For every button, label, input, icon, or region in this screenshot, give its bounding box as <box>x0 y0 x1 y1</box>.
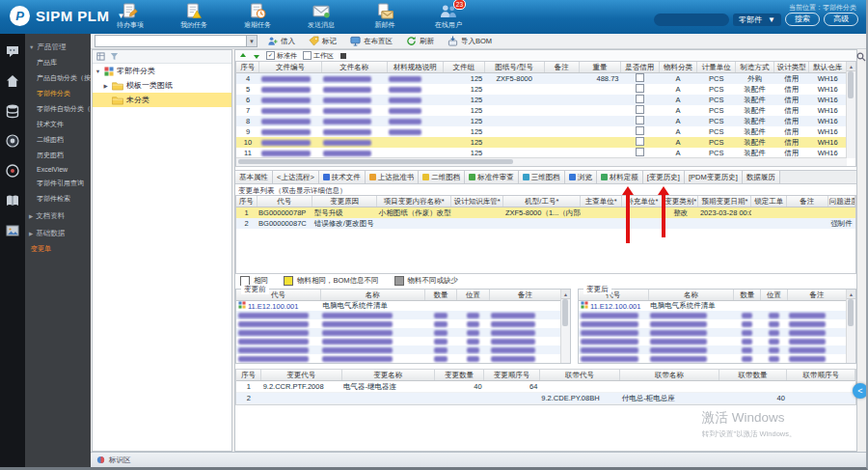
chevron-down-icon[interactable]: ▼ <box>247 35 258 47</box>
scrollbar-thumb[interactable] <box>238 159 513 164</box>
borrow-checkbox[interactable] <box>636 116 644 124</box>
table-row[interactable] <box>579 319 847 328</box>
column-header[interactable]: 备注 <box>489 290 560 301</box>
toolbar-person-button[interactable]: 借入 <box>264 35 298 47</box>
column-header[interactable]: 项目变更内容名称* <box>377 196 451 207</box>
column-header[interactable]: 制造方式 <box>736 62 774 73</box>
menu-item[interactable]: 零部件检索 <box>25 191 91 207</box>
tree-filter-icon[interactable] <box>110 52 119 61</box>
table-row[interactable]: 29.2.CDE.PY.08BH付电总-柜电总座40 <box>236 393 855 404</box>
column-header[interactable]: 设计知识库管* <box>451 196 503 207</box>
toolbar-mail-new-button[interactable]: 新邮件 <box>363 3 407 30</box>
column-header[interactable]: 联带名称 <box>620 370 719 381</box>
table-row[interactable]: 1BG00000078P型号升级小相图纸（作废）改型ZXF5-8000（1...… <box>236 207 855 219</box>
tab-二维图档[interactable]: 二维图档 <box>419 171 465 183</box>
toolbar-mail-button[interactable]: 发送消息 <box>299 3 343 30</box>
column-header[interactable]: 默认仓库 <box>809 62 847 73</box>
borrow-checkbox[interactable] <box>636 137 644 146</box>
tab-浏览[interactable]: 浏览 <box>565 171 597 183</box>
table-row[interactable]: 8125APCS装配件借用WH16 <box>236 116 847 126</box>
quick-search-input[interactable] <box>95 35 247 47</box>
tree-grid-icon[interactable] <box>96 52 105 61</box>
column-header[interactable]: 文件编号 <box>259 62 321 73</box>
tree-root-node[interactable]: ▼零部件分类 <box>93 64 231 78</box>
column-header[interactable]: 主查单位* <box>581 196 622 207</box>
toolbar-doc-warn-button[interactable]: 我的任务 <box>172 3 216 30</box>
menu-section[interactable]: ▼产品管理 <box>25 38 91 55</box>
tab-技术文件[interactable]: 技术文件 <box>319 171 366 183</box>
menu-item[interactable]: ExcelView <box>25 163 91 176</box>
column-header[interactable]: 物料分类 <box>659 62 697 73</box>
toolbar-tag-button[interactable]: 标记 <box>306 35 339 47</box>
vertical-scrollbar[interactable]: ▲ <box>560 290 570 363</box>
column-header[interactable]: 图纸号/型号 <box>484 62 544 73</box>
table-row[interactable] <box>579 354 847 363</box>
toolbar-doc-clock-button[interactable]: 逾期任务 <box>235 3 280 30</box>
scroll-up-icon[interactable]: ▲ <box>561 290 570 299</box>
toolbar-users-button[interactable]: 23在线用户 <box>426 3 471 30</box>
table-row[interactable]: 10125APCS装配件借用WH16 <box>236 137 847 148</box>
toolbar-doc-edit-button[interactable]: 待办事项 <box>108 3 152 30</box>
table-row[interactable] <box>579 311 847 319</box>
checkbox[interactable] <box>303 51 312 60</box>
scrollbar-thumb[interactable] <box>562 299 568 326</box>
tab-上达批准书[interactable]: 上达批准书 <box>366 171 420 183</box>
table-row[interactable]: 7125APCS装配件借用WH16 <box>236 105 847 116</box>
column-header[interactable]: 重量 <box>580 62 621 73</box>
menu-item[interactable]: 零部件自动分类（按图阶段） <box>25 101 91 117</box>
table-row[interactable] <box>236 346 561 354</box>
table-row[interactable]: 19.2.CCR.PTF.2008电气器-继电器连4064 <box>236 381 855 393</box>
table-row[interactable] <box>579 328 847 337</box>
tree-node[interactable]: 未分类 <box>93 93 231 107</box>
menu-item[interactable]: 产品库 <box>25 55 91 70</box>
borrow-checkbox[interactable] <box>636 148 644 156</box>
menu-section[interactable]: ▶基础数据 <box>25 224 91 241</box>
column-header[interactable]: 数量 <box>424 290 457 301</box>
search-type-dropdown[interactable]: 零部件 ▼ <box>733 14 781 26</box>
tab-材料定额[interactable]: 材料定额 <box>597 171 643 183</box>
column-header[interactable]: 变更类别* <box>664 196 698 207</box>
scrollbar-thumb[interactable] <box>848 299 854 326</box>
table-row[interactable]: 2BG00000087C错误修改/更改图号强制件 <box>236 218 855 229</box>
column-header[interactable]: 材料规格说明 <box>387 62 443 73</box>
menu-item[interactable]: 产品自动分类（按交易） <box>25 70 91 86</box>
column-header[interactable]: 联带顺序号 <box>787 370 855 381</box>
table-row[interactable]: 11.E12.100.001电脑电气系统件清单 <box>579 301 847 312</box>
tab-PDM变更历史[interactable]: [PDM变更历史] <box>685 171 743 183</box>
column-header[interactable]: 设计类型 <box>773 62 809 73</box>
search-button[interactable]: 搜索 <box>785 13 820 26</box>
table-row[interactable]: 5125APCS装配件借用WH16 <box>236 84 847 95</box>
menu-item-change-order[interactable]: 变更单 <box>25 241 91 257</box>
tab-基本属性[interactable]: 基本属性 <box>235 171 273 183</box>
table-row[interactable]: 9125APCS装配件借用WH16 <box>236 126 847 137</box>
checkbox[interactable]: ✓ <box>266 51 275 60</box>
table-row[interactable] <box>236 319 561 328</box>
column-header[interactable]: 变更名称 <box>341 370 434 381</box>
column-header[interactable]: 序号 <box>236 196 257 207</box>
table-row[interactable] <box>236 311 561 319</box>
tab-标准件审查[interactable]: 标准件审查 <box>465 171 519 183</box>
toolbar-screen-button[interactable]: 在布置区 <box>347 35 395 47</box>
column-header[interactable]: 备注 <box>544 62 580 73</box>
vertical-scrollbar[interactable]: ▲ <box>846 62 855 158</box>
horizontal-scrollbar[interactable] <box>236 157 847 166</box>
column-header[interactable]: 联带代号 <box>539 370 619 381</box>
column-header[interactable]: 变更代号 <box>261 370 341 381</box>
column-header[interactable]: 锁定工单 <box>751 196 786 207</box>
menu-item[interactable]: 技术文件 <box>25 117 91 132</box>
column-header[interactable]: 是否借用 <box>620 62 659 73</box>
column-header[interactable]: 文件组 <box>443 62 484 73</box>
column-header[interactable]: 代号 <box>257 196 312 207</box>
column-header[interactable]: 名称 <box>648 290 734 301</box>
table-row[interactable] <box>579 346 847 354</box>
toolbar-import-button[interactable]: 导入BOM <box>445 35 495 47</box>
search-icon[interactable] <box>856 52 866 62</box>
table-row[interactable] <box>236 337 561 346</box>
column-header[interactable]: 变更原因 <box>312 196 377 207</box>
tab-上达流程[interactable]: <上达流程> <box>273 171 319 183</box>
borrow-checkbox[interactable] <box>636 95 644 103</box>
column-header[interactable]: 计量单位 <box>697 62 736 73</box>
column-header[interactable]: 名称 <box>320 290 424 301</box>
table-row[interactable] <box>236 354 561 363</box>
table-row[interactable] <box>236 328 561 337</box>
